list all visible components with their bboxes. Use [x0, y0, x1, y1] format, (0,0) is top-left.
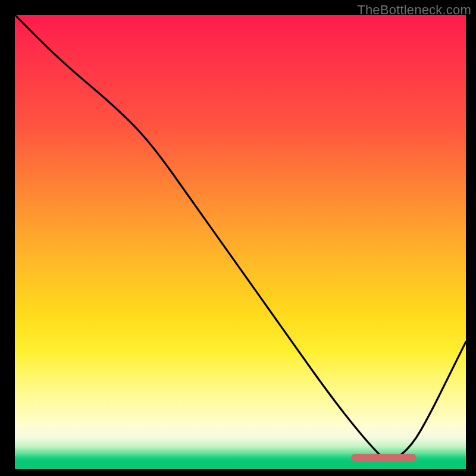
watermark-text: TheBottleneck.com — [357, 2, 471, 18]
plot-area — [15, 15, 466, 469]
min-marker — [351, 454, 416, 461]
chart-curve — [15, 15, 466, 469]
